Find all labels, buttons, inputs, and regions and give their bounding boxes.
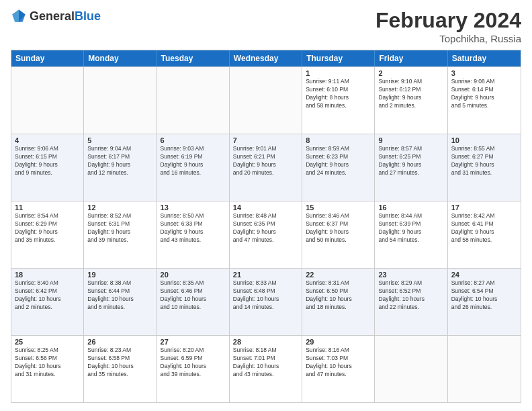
day-number: 4 xyxy=(15,136,80,144)
logo: GeneralBlue xyxy=(11,8,101,24)
cal-cell: 20Sunrise: 8:35 AM Sunset: 6:46 PM Dayli… xyxy=(157,269,230,335)
week-row-5: 25Sunrise: 8:25 AM Sunset: 6:56 PM Dayli… xyxy=(11,335,521,402)
day-info: Sunrise: 8:40 AM Sunset: 6:42 PM Dayligh… xyxy=(15,279,80,312)
day-info: Sunrise: 8:38 AM Sunset: 6:44 PM Dayligh… xyxy=(87,279,152,312)
logo-text: GeneralBlue xyxy=(30,9,101,24)
title-block: February 2024 Topchikha, Russia xyxy=(375,8,521,44)
cal-cell xyxy=(375,336,447,402)
day-info: Sunrise: 9:08 AM Sunset: 6:14 PM Dayligh… xyxy=(451,78,517,110)
cal-cell: 9Sunrise: 8:57 AM Sunset: 6:25 PM Daylig… xyxy=(375,134,447,201)
day-number: 19 xyxy=(87,271,152,279)
day-info: Sunrise: 8:18 AM Sunset: 7:01 PM Dayligh… xyxy=(233,347,298,379)
day-info: Sunrise: 8:52 AM Sunset: 6:31 PM Dayligh… xyxy=(87,212,152,244)
logo-blue: Blue xyxy=(75,9,101,23)
week-row-3: 11Sunrise: 8:54 AM Sunset: 6:29 PM Dayli… xyxy=(11,201,521,268)
week-row-2: 4Sunrise: 9:06 AM Sunset: 6:15 PM Daylig… xyxy=(11,134,521,201)
day-info: Sunrise: 8:20 AM Sunset: 6:59 PM Dayligh… xyxy=(161,347,226,379)
cal-cell: 11Sunrise: 8:54 AM Sunset: 6:29 PM Dayli… xyxy=(11,201,84,268)
day-number: 14 xyxy=(233,203,298,212)
cal-cell: 15Sunrise: 8:46 AM Sunset: 6:37 PM Dayli… xyxy=(302,201,375,268)
day-number: 15 xyxy=(306,203,371,212)
day-info: Sunrise: 8:31 AM Sunset: 6:50 PM Dayligh… xyxy=(306,279,371,312)
day-info: Sunrise: 9:03 AM Sunset: 6:19 PM Dayligh… xyxy=(161,145,226,177)
cal-cell: 3Sunrise: 9:08 AM Sunset: 6:14 PM Daylig… xyxy=(448,67,521,134)
day-info: Sunrise: 8:54 AM Sunset: 6:29 PM Dayligh… xyxy=(15,212,80,244)
day-number: 18 xyxy=(15,271,80,279)
day-number: 24 xyxy=(451,271,517,279)
week-row-1: 1Sunrise: 9:11 AM Sunset: 6:10 PM Daylig… xyxy=(11,66,521,134)
cal-cell: 5Sunrise: 9:04 AM Sunset: 6:17 PM Daylig… xyxy=(84,134,157,201)
cal-cell: 4Sunrise: 9:06 AM Sunset: 6:15 PM Daylig… xyxy=(11,134,84,201)
cal-cell: 19Sunrise: 8:38 AM Sunset: 6:44 PM Dayli… xyxy=(84,269,157,335)
header-day-saturday: Saturday xyxy=(448,50,521,66)
day-info: Sunrise: 8:44 AM Sunset: 6:39 PM Dayligh… xyxy=(378,212,443,244)
header-day-friday: Friday xyxy=(375,50,447,66)
day-info: Sunrise: 8:48 AM Sunset: 6:35 PM Dayligh… xyxy=(233,212,298,244)
day-number: 28 xyxy=(233,338,298,346)
day-number: 5 xyxy=(87,136,152,144)
day-number: 7 xyxy=(233,136,298,144)
day-number: 20 xyxy=(161,271,226,279)
day-info: Sunrise: 8:59 AM Sunset: 6:23 PM Dayligh… xyxy=(306,145,371,177)
cal-cell: 18Sunrise: 8:40 AM Sunset: 6:42 PM Dayli… xyxy=(11,269,84,335)
cal-cell: 10Sunrise: 8:55 AM Sunset: 6:27 PM Dayli… xyxy=(448,134,521,201)
day-info: Sunrise: 8:23 AM Sunset: 6:58 PM Dayligh… xyxy=(87,347,152,379)
calendar-subtitle: Topchikha, Russia xyxy=(375,33,521,44)
calendar-title: February 2024 xyxy=(375,8,521,33)
day-number: 25 xyxy=(15,338,80,346)
svg-marker-2 xyxy=(12,9,19,21)
day-number: 9 xyxy=(378,136,443,144)
header: GeneralBlue February 2024 Topchikha, Rus… xyxy=(11,8,521,44)
day-number: 11 xyxy=(15,203,80,212)
day-info: Sunrise: 8:42 AM Sunset: 6:41 PM Dayligh… xyxy=(451,212,517,244)
cal-cell: 6Sunrise: 9:03 AM Sunset: 6:19 PM Daylig… xyxy=(157,134,230,201)
day-number: 3 xyxy=(451,69,517,77)
cal-cell: 25Sunrise: 8:25 AM Sunset: 6:56 PM Dayli… xyxy=(11,336,84,402)
day-info: Sunrise: 9:10 AM Sunset: 6:12 PM Dayligh… xyxy=(378,78,443,110)
cal-cell: 2Sunrise: 9:10 AM Sunset: 6:12 PM Daylig… xyxy=(375,67,447,134)
day-number: 13 xyxy=(161,203,226,212)
cal-cell xyxy=(230,67,302,134)
day-number: 26 xyxy=(87,338,152,346)
cal-cell: 16Sunrise: 8:44 AM Sunset: 6:39 PM Dayli… xyxy=(375,201,447,268)
day-info: Sunrise: 9:01 AM Sunset: 6:21 PM Dayligh… xyxy=(233,145,298,177)
calendar-body: 1Sunrise: 9:11 AM Sunset: 6:10 PM Daylig… xyxy=(11,66,521,402)
header-day-wednesday: Wednesday xyxy=(230,50,302,66)
cal-cell xyxy=(84,67,157,134)
cal-cell: 17Sunrise: 8:42 AM Sunset: 6:41 PM Dayli… xyxy=(448,201,521,268)
day-number: 6 xyxy=(161,136,226,144)
calendar: SundayMondayTuesdayWednesdayThursdayFrid… xyxy=(11,50,521,403)
week-row-4: 18Sunrise: 8:40 AM Sunset: 6:42 PM Dayli… xyxy=(11,268,521,335)
day-info: Sunrise: 8:27 AM Sunset: 6:54 PM Dayligh… xyxy=(451,279,517,312)
header-day-monday: Monday xyxy=(84,50,157,66)
day-info: Sunrise: 9:06 AM Sunset: 6:15 PM Dayligh… xyxy=(15,145,80,177)
day-number: 29 xyxy=(306,338,371,346)
header-day-sunday: Sunday xyxy=(11,50,84,66)
cal-cell: 24Sunrise: 8:27 AM Sunset: 6:54 PM Dayli… xyxy=(448,269,521,335)
day-number: 23 xyxy=(378,271,443,279)
cal-cell: 26Sunrise: 8:23 AM Sunset: 6:58 PM Dayli… xyxy=(84,336,157,402)
day-number: 17 xyxy=(451,203,517,212)
header-day-thursday: Thursday xyxy=(302,50,375,66)
day-info: Sunrise: 8:55 AM Sunset: 6:27 PM Dayligh… xyxy=(451,145,517,177)
day-info: Sunrise: 8:29 AM Sunset: 6:52 PM Dayligh… xyxy=(378,279,443,312)
cal-cell: 23Sunrise: 8:29 AM Sunset: 6:52 PM Dayli… xyxy=(375,269,447,335)
day-info: Sunrise: 9:11 AM Sunset: 6:10 PM Dayligh… xyxy=(306,78,371,110)
day-number: 10 xyxy=(451,136,517,144)
cal-cell xyxy=(448,336,521,402)
day-number: 1 xyxy=(306,69,371,77)
cal-cell xyxy=(157,67,230,134)
cal-cell: 21Sunrise: 8:33 AM Sunset: 6:48 PM Dayli… xyxy=(230,269,302,335)
cal-cell: 29Sunrise: 8:16 AM Sunset: 7:03 PM Dayli… xyxy=(302,336,375,402)
day-info: Sunrise: 8:46 AM Sunset: 6:37 PM Dayligh… xyxy=(306,212,371,244)
day-number: 27 xyxy=(161,338,226,346)
cal-cell: 13Sunrise: 8:50 AM Sunset: 6:33 PM Dayli… xyxy=(157,201,230,268)
day-number: 22 xyxy=(306,271,371,279)
logo-icon xyxy=(11,8,27,24)
header-day-tuesday: Tuesday xyxy=(157,50,230,66)
calendar-header: SundayMondayTuesdayWednesdayThursdayFrid… xyxy=(11,50,521,66)
cal-cell: 1Sunrise: 9:11 AM Sunset: 6:10 PM Daylig… xyxy=(302,67,375,134)
cal-cell: 8Sunrise: 8:59 AM Sunset: 6:23 PM Daylig… xyxy=(302,134,375,201)
cal-cell: 22Sunrise: 8:31 AM Sunset: 6:50 PM Dayli… xyxy=(302,269,375,335)
cal-cell: 12Sunrise: 8:52 AM Sunset: 6:31 PM Dayli… xyxy=(84,201,157,268)
